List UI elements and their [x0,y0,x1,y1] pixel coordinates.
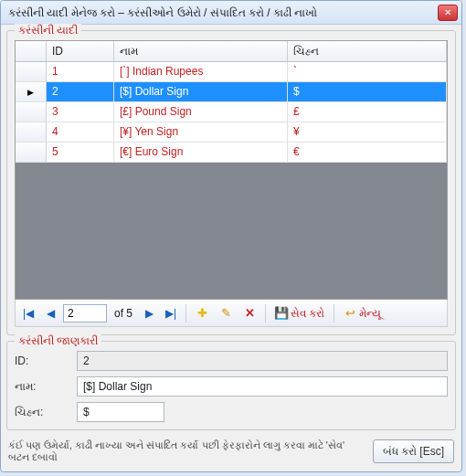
cell-sign: ¥ [288,122,447,142]
row-header [16,143,47,162]
cell-sign: ` [288,62,447,81]
save-button[interactable]: 💾 સેવ કરો [271,303,328,323]
cell-name: [£] Pound Sign [114,102,288,122]
row-header [16,122,47,142]
footer: કંઈ પણ ઉમેર્યા, કાઢી નાખ્યા અને સંપાદિત … [6,436,456,465]
name-field[interactable]: [$] Dollar Sign [77,376,448,397]
cell-id: 3 [47,102,114,122]
close-button[interactable]: બંધ કરો [Esc] [373,439,454,463]
save-label: સેવ કરો [291,307,324,320]
sign-label: ચિહ્ન: [15,406,71,418]
nav-first-icon[interactable]: |◀ [19,304,37,323]
delete-button[interactable]: ✕ [239,303,259,323]
cell-name: [¥] Yen Sign [114,122,288,142]
nav-of-text: of 5 [111,307,136,320]
column-id[interactable]: ID [47,41,114,61]
nav-last-icon[interactable]: ▶| [162,304,180,323]
cell-name: [$] Dollar Sign [114,82,288,101]
column-sign[interactable]: ચિહ્ન [288,41,447,61]
cell-sign: £ [288,102,447,122]
row-header [16,62,47,81]
cell-sign: $ [288,82,447,101]
column-name[interactable]: નામ [114,41,288,61]
nav-current-input[interactable] [63,304,107,323]
table-row[interactable]: 2[$] Dollar Sign$ [16,82,447,102]
currency-details-title: કરંસીની જાણકારી [15,334,101,347]
cell-id: 1 [47,62,114,81]
add-button[interactable]: ✚ [192,303,212,323]
close-icon[interactable]: ✕ [438,5,458,21]
nav-next-icon[interactable]: ▶ [140,304,158,323]
cell-id: 4 [47,122,114,142]
id-label: ID: [15,354,71,367]
cell-sign: € [288,143,447,162]
plus-icon: ✚ [196,307,208,320]
id-field: 2 [77,351,448,371]
cell-id: 2 [47,82,114,101]
save-icon: 💾 [275,307,288,320]
sign-field[interactable]: $ [77,402,164,422]
cell-name: [`] Indian Rupees [114,62,288,81]
cell-name: [€] Euro Sign [114,143,288,162]
table-row[interactable]: 5[€] Euro Sign€ [16,143,447,163]
cell-id: 5 [47,143,114,162]
column-rowselector [16,41,47,61]
title-bar: કરંસીની યાદી મેનેજ કરો – કરંસીઓને ઉમેરો … [1,1,461,25]
table-row[interactable]: 3[£] Pound Sign£ [16,102,447,122]
table-row[interactable]: 1[`] Indian Rupees` [16,62,447,82]
edit-button[interactable]: ✎ [216,303,236,323]
table-row[interactable]: 4[¥] Yen Sign¥ [16,122,447,143]
record-navigator: |◀ ◀ of 5 ▶ ▶| ✚ ✎ ✕ 💾 સેવ કરો ↩ મેન્યૂ [15,300,448,327]
grid-header: ID નામ ચિહ્ન [16,41,447,62]
currency-list-group: કરંસીની યાદી ID નામ ચિહ્ન 1[`] Indian Ru… [6,30,456,335]
grid-body: 1[`] Indian Rupees`2[$] Dollar Sign$3[£]… [16,62,447,163]
window-title: કરંસીની યાદી મેનેજ કરો – કરંસીઓને ઉમેરો … [8,6,438,19]
footer-hint: કંઈ પણ ઉમેર્યા, કાઢી નાખ્યા અને સંપાદિત … [8,439,365,463]
back-arrow-icon: ↩ [344,307,356,320]
delete-icon: ✕ [243,307,256,320]
name-label: નામ: [15,380,71,393]
pencil-icon: ✎ [219,307,232,320]
main-window: કરંસીની યાદી મેનેજ કરો – કરંસીઓને ઉમેરો … [0,0,462,472]
menu-button[interactable]: ↩ મેન્યૂ [340,303,385,323]
currency-grid: ID નામ ચિહ્ન 1[`] Indian Rupees`2[$] Dol… [15,40,448,300]
nav-prev-icon[interactable]: ◀ [41,304,59,323]
menu-label: મેન્યૂ [359,307,381,320]
currency-details-group: કરંસીની જાણકારી ID: 2 નામ: [$] Dollar Si… [6,341,456,430]
row-header [16,82,47,101]
row-header [16,102,47,122]
currency-list-title: કરંસીની યાદી [15,24,81,37]
